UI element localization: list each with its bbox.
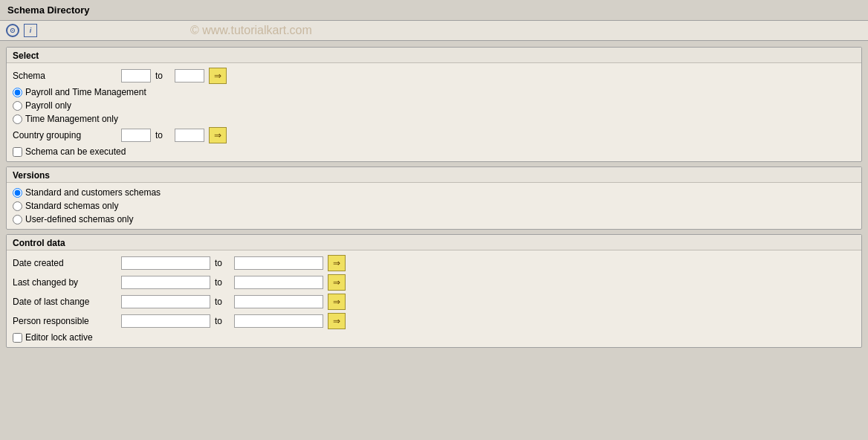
date-last-change-from-input[interactable] [121,295,210,308]
radio-payroll-time-label: Payroll and Time Management [25,87,146,97]
schema-from-input[interactable] [121,69,151,82]
schema-exec-label: Schema can be executed [25,146,126,157]
select-section-title: Select [7,48,861,63]
last-changed-to-input[interactable] [234,276,323,289]
country-grouping-row: Country grouping to [13,127,855,143]
radio-std-cust-label: Standard and customers schemas [25,187,161,198]
date-created-label: Date created [13,258,117,268]
radio-payroll-label: Payroll only [25,100,71,111]
person-responsible-nav-button[interactable] [328,313,346,329]
country-to-input[interactable] [175,129,204,142]
schema-to-input[interactable] [175,69,204,82]
date-created-to-input[interactable] [234,256,323,270]
radio-payroll-time-row: Payroll and Time Management [13,87,855,97]
radio-std-cust[interactable] [13,188,22,198]
schema-row: Schema to [13,68,855,84]
country-nav-button[interactable] [209,127,227,143]
select-section-body: Schema to Payroll and Time Management Pa… [7,63,861,161]
radio-time[interactable] [13,114,22,124]
date-created-from-input[interactable] [121,256,210,270]
versions-section-title: Versions [7,167,861,183]
info-icon[interactable]: i [24,24,37,37]
date-created-nav-button[interactable] [328,255,346,271]
main-content: Select Schema to Payroll and Time Manage… [0,41,868,354]
date-last-change-nav-button[interactable] [328,294,346,310]
control-section-title: Control data [7,235,861,250]
radio-payroll-row: Payroll only [13,100,855,111]
radio-payroll[interactable] [13,101,22,111]
radio-time-label: Time Management only [25,114,118,124]
select-section: Select Schema to Payroll and Time Manage… [6,47,862,162]
versions-section-body: Standard and customers schemas Standard … [7,183,861,229]
person-responsible-label: Person responsible [13,316,117,326]
country-to-label: to [155,130,170,140]
last-changed-label: Last changed by [13,277,117,288]
date-last-change-row: Date of last change to [13,294,855,310]
radio-time-row: Time Management only [13,114,855,124]
last-changed-nav-button[interactable] [328,274,346,291]
last-changed-to-label: to [215,277,230,288]
radio-std-row: Standard schemas only [13,201,855,211]
country-from-input[interactable] [121,129,151,142]
date-created-to-label: to [215,258,230,268]
radio-payroll-time[interactable] [13,88,22,97]
editor-lock-label: Editor lock active [25,332,93,343]
control-section-body: Date created to Last changed by to Date … [7,250,861,347]
last-changed-row: Last changed by to [13,274,855,291]
radio-std[interactable] [13,201,22,211]
radio-user[interactable] [13,215,22,224]
radio-user-row: User-defined schemas only [13,214,855,224]
person-responsible-to-input[interactable] [234,314,323,328]
schema-exec-row: Schema can be executed [13,146,855,157]
radio-user-label: User-defined schemas only [25,214,133,224]
schema-label: Schema [13,71,117,81]
person-responsible-row: Person responsible to [13,313,855,329]
schema-nav-button[interactable] [209,68,227,84]
country-grouping-label: Country grouping [13,130,117,140]
page-title: Schema Directory [0,0,868,21]
schema-exec-checkbox[interactable] [13,147,22,157]
date-last-change-label: Date of last change [13,297,117,307]
versions-section: Versions Standard and customers schemas … [6,166,862,230]
back-icon[interactable]: ⊙ [6,24,19,37]
schema-to-label: to [155,71,170,81]
radio-std-cust-row: Standard and customers schemas [13,187,855,198]
toolbar: ⊙ i © www.tutorialkart.com [0,21,868,41]
watermark: © www.tutorialkart.com [190,24,312,37]
person-responsible-from-input[interactable] [121,314,210,328]
radio-std-label: Standard schemas only [25,201,118,211]
last-changed-from-input[interactable] [121,276,210,289]
editor-lock-checkbox[interactable] [13,333,22,343]
control-section: Control data Date created to Last change… [6,234,862,348]
date-last-change-to-label: to [215,297,230,307]
date-last-change-to-input[interactable] [234,295,323,308]
editor-lock-row: Editor lock active [13,332,855,343]
person-responsible-to-label: to [215,316,230,326]
date-created-row: Date created to [13,255,855,271]
